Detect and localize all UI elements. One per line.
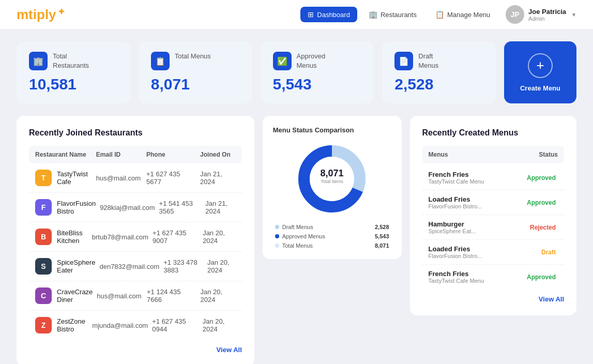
legend-value-draft: 2,528 (375, 224, 389, 230)
restaurants-table: Restaurant Name Email ID Phone Joined On… (29, 146, 242, 340)
menu-sub: TastyTwist Cafe Menu (429, 178, 521, 185)
logo: mtiply✦ (17, 6, 65, 23)
table-row: T TastyTwist Cafe hus@mail.com +1 627 43… (29, 163, 242, 193)
logo-star: ✦ (57, 7, 65, 17)
table-header: Restaurant Name Email ID Phone Joined On (29, 146, 242, 163)
donut-svg: 8,071 Total Items (293, 140, 371, 218)
plus-icon: + (528, 53, 553, 78)
restaurant-rows: T TastyTwist Cafe hus@mail.com +1 627 43… (29, 163, 242, 340)
restaurant-name-cell: T TastyTwist Cafe (35, 170, 92, 186)
manage-menu-nav-button[interactable]: 📋 Manage Menu (428, 7, 497, 22)
total-menus-value: 8,071 (151, 75, 240, 93)
svg-text:8,071: 8,071 (321, 168, 344, 178)
manage-menu-icon: 📋 (435, 10, 444, 19)
chart-card: Menu Status Comparison 8,071 Total Items (263, 116, 402, 259)
joined-cell: Jan 20, 2024 (203, 317, 236, 333)
joined-cell: Jan 20, 2024 (203, 229, 236, 245)
restaurant-logo: B (35, 229, 52, 245)
restaurant-logo: C (35, 287, 52, 304)
restaurants-card: Recently Joined Restaurants Restaurant N… (17, 116, 254, 364)
table-row: B BiteBliss Kitchen brtub78@mail.com +1 … (29, 222, 242, 252)
col-phone: Phone (146, 151, 196, 158)
approved-menus-label: ApprovedMenus (297, 52, 326, 70)
joined-cell: Jan 21, 2024 (200, 170, 236, 186)
table-row: C CraveCraze Diner hus@mail.com +1 124 4… (29, 281, 242, 311)
menu-sub: TastyTwist Cafe Menu (429, 278, 521, 284)
user-area[interactable]: JP Joe Patricia Admin ▼ (506, 5, 576, 24)
status-badge: Rejected (528, 223, 558, 232)
restaurant-name-text: BiteBliss Kitchen (57, 229, 88, 245)
legend-item-total: Total Menus 8,071 (275, 242, 389, 249)
chart-legend: Draft Menus 2,528 Approved Menus 5,543 T… (273, 224, 391, 249)
phone-cell: +1 627 435 9007 (153, 229, 199, 245)
create-menu-label: Create Menu (520, 84, 560, 92)
stats-row: 🏢 TotalRestaurants 10,581 📋 Total Menus … (17, 41, 576, 103)
stat-card-total-restaurants: 🏢 TotalRestaurants 10,581 (17, 41, 130, 103)
approved-menus-icon: ✅ (273, 52, 292, 70)
legend-label-draft: Draft Menus (282, 224, 313, 230)
create-menu-button[interactable]: + Create Menu (504, 41, 576, 103)
status-badge: Draft (539, 248, 558, 257)
navbar: mtiply✦ ⊞ Dashboard 🏢 Restaurants 📋 Mana… (0, 0, 593, 29)
menu-row: French Fries TastyTwist Cafe Menu Approv… (422, 165, 565, 190)
joined-cell: Jan 21, 2024 (205, 200, 235, 215)
menu-row: French Fries TastyTwist Cafe Menu Approv… (422, 265, 565, 289)
email-cell: 928kiaj@mail.com (100, 204, 155, 211)
legend-item-approved: Approved Menus 5,543 (275, 233, 389, 239)
restaurant-name-text: CraveCraze Diner (57, 288, 93, 304)
col-email: Email ID (96, 151, 142, 158)
restaurant-logo: T (35, 170, 52, 186)
menu-info: French Fries TastyTwist Cafe Menu (429, 171, 521, 185)
joined-cell: Jan 20, 2024 (201, 288, 236, 304)
email-cell: brtub78@mail.com (92, 233, 148, 241)
avatar: JP (506, 5, 524, 24)
menus-card: Recently Created Menus Menus Status Fren… (410, 116, 577, 315)
legend-dot-draft (275, 225, 279, 229)
restaurants-card-title: Recently Joined Restaurants (29, 128, 242, 138)
restaurant-name-cell: S SpiceSphere Eater (35, 258, 95, 275)
menu-row: Loaded Fries FlavorFusion Bistro... Appr… (422, 190, 565, 215)
menu-row: Hamburger SpiceSphere Eat... Rejected (422, 215, 565, 240)
chart-title: Menu Status Comparison (273, 126, 391, 134)
total-restaurants-icon: 🏢 (29, 52, 48, 70)
legend-value-total: 8,071 (375, 242, 389, 249)
restaurants-label: Restaurants (381, 11, 417, 19)
email-cell: hus@mail.com (96, 174, 142, 182)
stat-card-draft-menus: 📄 DraftMenus 2,528 (382, 41, 496, 103)
menus-table-header: Menus Status (422, 146, 565, 163)
dashboard-nav-button[interactable]: ⊞ Dashboard (300, 7, 357, 22)
legend-label-approved: Approved Menus (282, 233, 325, 239)
bottom-row: Recently Joined Restaurants Restaurant N… (17, 116, 576, 364)
email-cell: hus@mail.com (97, 292, 143, 300)
menu-sub: SpiceSphere Eat... (429, 228, 524, 234)
total-menus-icon: 📋 (151, 52, 170, 70)
menus-view-all-link[interactable]: View All (422, 295, 565, 303)
col-menus: Menus (429, 151, 539, 158)
logo-text: mtiply (17, 7, 56, 22)
user-name: Joe Patricia (528, 8, 566, 16)
total-restaurants-label: TotalRestaurants (53, 52, 89, 70)
email-cell: mjunda@mail.com (92, 322, 148, 329)
menu-sub: FlavorFusion Bistro... (429, 203, 521, 209)
total-menus-label: Total Menus (175, 52, 211, 61)
restaurant-name-text: TastyTwist Cafe (57, 170, 92, 186)
main-content: 🏢 TotalRestaurants 10,581 📋 Total Menus … (0, 29, 593, 364)
menu-row: Loaded Fries FlavorFusion Bistro... Draf… (422, 240, 565, 265)
menu-info: Loaded Fries FlavorFusion Bistro... (429, 195, 521, 209)
phone-cell: +1 541 453 3565 (159, 200, 202, 215)
restaurants-view-all-link[interactable]: View All (29, 346, 242, 354)
phone-cell: +1 323 478 3883 (163, 259, 203, 274)
stat-card-total-menus: 📋 Total Menus 8,071 (139, 41, 252, 103)
email-cell: den7832@mail.com (99, 263, 159, 270)
joined-cell: Jan 20, 2024 (207, 259, 236, 274)
user-info: Joe Patricia Admin (528, 8, 566, 22)
restaurant-name-text: SpiceSphere Eater (57, 259, 95, 274)
restaurant-name-cell: F FlavorFusion Bistro (35, 199, 96, 216)
legend-dot-total (275, 244, 279, 248)
restaurants-nav-button[interactable]: 🏢 Restaurants (361, 7, 424, 22)
menu-name: Hamburger (429, 220, 524, 228)
draft-menus-label: DraftMenus (418, 52, 438, 70)
menu-name: French Fries (429, 270, 521, 278)
legend-dot-approved (275, 234, 279, 238)
phone-cell: +1 124 435 7666 (147, 288, 196, 304)
